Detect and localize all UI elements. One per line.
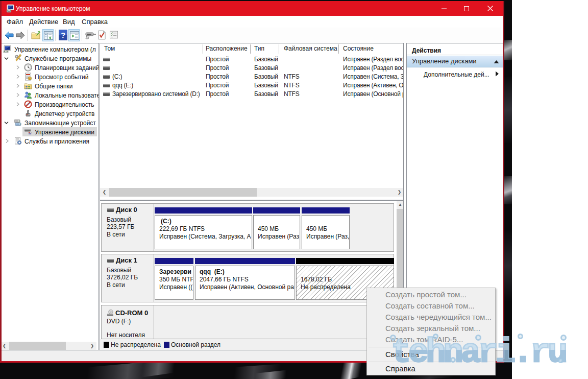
svg-text:?: ?	[61, 31, 65, 39]
